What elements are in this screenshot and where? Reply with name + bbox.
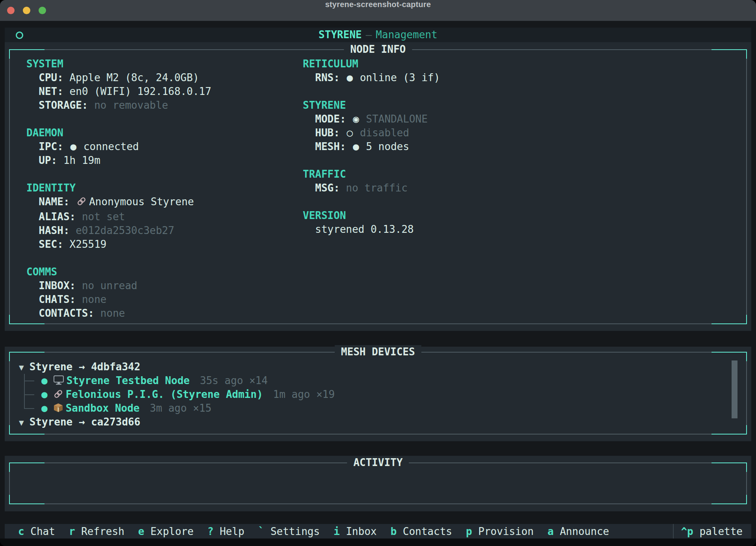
status-bullet-icon: ● [70, 141, 83, 152]
link-icon [76, 196, 87, 210]
footer-item-explore[interactable]: eExplore [138, 526, 194, 537]
mesh-device-row[interactable]: ●Sandbox Node3m ago ×15 [10, 401, 746, 415]
page-title: STYRENE—Management [5, 28, 751, 42]
info-group: IDENTITYNAME: Anonymous StyreneALIAS: no… [26, 181, 211, 251]
info-value: styrened 0.13.28 [315, 223, 413, 235]
footer-item-inbox[interactable]: iInbox [334, 526, 377, 537]
palette-button[interactable]: ^ppalette [673, 524, 751, 539]
device-last-seen: 35s ago ×14 [200, 375, 268, 386]
node-info-section: NODE INFO SYSTEMCPU: Apple M2 (8c, 24.0G… [5, 42, 751, 331]
info-label: RNS: [315, 72, 346, 84]
group-heading: TRAFFIC [303, 167, 440, 181]
hotkey-label: Contacts [403, 526, 452, 537]
device-bullet-icon: ● [41, 375, 48, 386]
device-bullet-icon: ● [41, 402, 48, 414]
info-group: RETICULUMRNS: ● online (3 if) [303, 57, 440, 85]
info-row: MODE: ◉ STANDALONE [303, 112, 440, 126]
group-heading: VERSION [303, 209, 440, 223]
info-group: COMMSINBOX: no unreadCHATS: noneCONTACTS… [26, 265, 211, 320]
info-value: none [82, 293, 107, 305]
footer-item-help[interactable]: ?Help [208, 526, 245, 537]
info-label: MSG: [315, 182, 346, 194]
hotkey: p [466, 526, 472, 537]
mesh-devices-panel: MESH DEVICES ▼Styrene → 4dbfa342●Styrene… [9, 352, 747, 435]
info-label: CPU: [39, 72, 69, 84]
collapse-arrow-icon[interactable]: ▼ [19, 363, 24, 372]
group-heading: DAEMON [26, 126, 211, 140]
info-value: none [100, 307, 125, 319]
window-title: styrene-screenshot-capture [0, 0, 756, 21]
hotkey: ? [208, 526, 214, 537]
hotkey: b [391, 526, 397, 537]
device-last-seen: 1m ago ×19 [273, 388, 335, 400]
footer-item-chat[interactable]: cChat [18, 526, 55, 537]
hotkey: c [18, 526, 24, 537]
info-row: IPC: ● connected [26, 140, 211, 154]
panel-corner-icon [9, 495, 44, 504]
group-heading: COMMS [26, 265, 211, 279]
mesh-group-label: Styrene → 4dbfa342 [30, 361, 141, 373]
panel-corner-icon [712, 315, 747, 324]
footer-item-refresh[interactable]: rRefresh [69, 526, 124, 537]
group-heading: RETICULUM [303, 57, 440, 71]
group-heading: STYRENE [303, 98, 440, 112]
info-row: SEC: X25519 [26, 238, 211, 251]
panel-title: MESH DEVICES [335, 345, 421, 359]
hotkey-label: Inbox [346, 526, 376, 537]
info-label: SEC: [39, 238, 69, 250]
info-label: MODE: [315, 113, 352, 125]
info-label: HASH: [39, 225, 76, 236]
mesh-group-row[interactable]: ▼Styrene → ca273d66 [10, 415, 746, 429]
hotkey-label: Announce [560, 526, 609, 537]
hotkey-label: Explore [150, 526, 194, 537]
hotkey: r [69, 526, 75, 537]
mesh-group-row[interactable]: ▼Styrene → 4dbfa342 [10, 360, 746, 374]
panel-corner-icon [712, 49, 747, 59]
info-group: SYSTEMCPU: Apple M2 (8c, 24.0GB)NET: en0… [26, 57, 211, 112]
hotkey-label: Help [220, 526, 245, 537]
footer-item-settings[interactable]: `Settings [258, 526, 320, 537]
mesh-device-tree: ▼Styrene → 4dbfa342●Styrene Testbed Node… [10, 360, 746, 429]
info-value: connected [83, 141, 139, 152]
panel-title: NODE INFO [344, 43, 412, 56]
info-label: IPC: [39, 141, 69, 152]
hotkey-label: Refresh [81, 526, 124, 537]
info-value: e012da2530c3eb27 [76, 225, 174, 236]
panel-corner-icon [712, 495, 747, 504]
info-value: Anonymous Styrene [89, 196, 194, 208]
mesh-device-row[interactable]: ●Felonious P.I.G. (Styrene Admin)1m ago … [10, 388, 746, 401]
info-row: ALIAS: not set [26, 210, 211, 224]
app-window: styrene-screenshot-capture STYRENE—Manag… [0, 0, 756, 546]
info-value: disabled [360, 127, 409, 139]
footer-item-announce[interactable]: aAnnounce [547, 526, 609, 537]
collapse-arrow-icon[interactable]: ▼ [19, 418, 24, 427]
info-row: CPU: Apple M2 (8c, 24.0GB) [26, 71, 211, 85]
device-last-seen: 3m ago ×15 [150, 402, 212, 414]
panel-corner-icon [9, 462, 44, 472]
device-name: Styrene Testbed Node [67, 375, 190, 386]
section-name: Management [376, 29, 437, 41]
link-icon [53, 389, 63, 403]
scrollbar-thumb[interactable] [732, 360, 737, 418]
info-row: UP: 1h 19m [26, 154, 211, 167]
info-value: not set [82, 211, 125, 223]
activity-panel: ACTIVITY [9, 462, 747, 504]
hotkey-label: Settings [271, 526, 320, 537]
mesh-group-label: Styrene → ca273d66 [30, 416, 141, 428]
footer-item-contacts[interactable]: bContacts [391, 526, 452, 537]
device-name: Felonious P.I.G. (Styrene Admin) [66, 388, 263, 400]
status-bullet-icon: ● [353, 141, 365, 152]
info-label: NET: [39, 85, 69, 97]
group-heading: SYSTEM [26, 57, 211, 71]
info-value: en0 (WIFI) 192.168.0.17 [70, 85, 211, 97]
hotkey: i [334, 526, 340, 537]
info-label: ALIAS: [39, 211, 82, 223]
mesh-device-row[interactable]: ●Styrene Testbed Node35s ago ×14 [10, 374, 746, 388]
group-heading: IDENTITY [26, 181, 211, 195]
footer-item-provision[interactable]: pProvision [466, 526, 534, 537]
hotkey: ^p [681, 526, 693, 537]
info-label: STORAGE: [39, 99, 94, 111]
info-label: CONTACTS: [39, 307, 100, 319]
app-name: STYRENE [319, 29, 362, 41]
info-row: CHATS: none [26, 293, 211, 306]
